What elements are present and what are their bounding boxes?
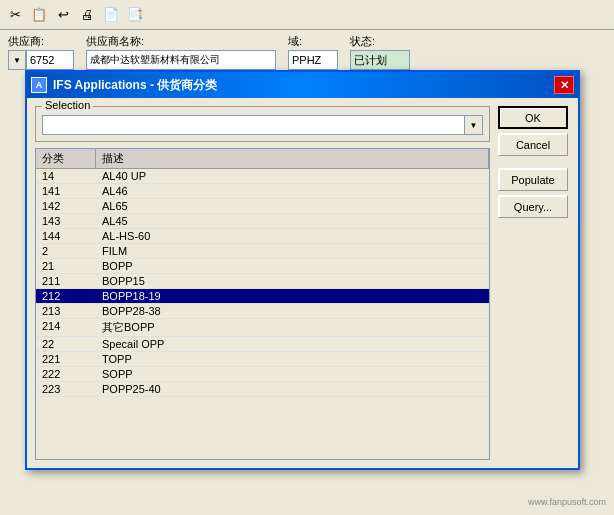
header-fen: 分类 xyxy=(36,149,96,168)
cell-id: 2 xyxy=(36,244,96,258)
dialog-title-icon: A xyxy=(31,77,47,93)
undo-icon[interactable]: ↩ xyxy=(52,4,74,26)
watermark: www.fanpusoft.com xyxy=(528,497,606,507)
table-row[interactable]: 14AL40 UP xyxy=(36,169,489,184)
app-background: ✂ 📋 ↩ 🖨 📄 📑 供应商: ▼ 6752 供应商名称: 成都中达软塑新材料… xyxy=(0,0,614,515)
cell-id: 211 xyxy=(36,274,96,288)
cell-desc: SOPP xyxy=(96,367,489,381)
cell-desc: AL40 UP xyxy=(96,169,489,183)
cell-desc: AL45 xyxy=(96,214,489,228)
table-body: 14AL40 UP141AL46142AL65143AL45144AL-HS-6… xyxy=(36,169,489,459)
cell-id: 14 xyxy=(36,169,96,183)
cell-id: 212 xyxy=(36,289,96,303)
table-row[interactable]: 214其它BOPP xyxy=(36,319,489,337)
dialog-body: Selection ▼ 分类 描述 14AL40 UP141AL xyxy=(27,98,578,468)
cell-id: 213 xyxy=(36,304,96,318)
populate-button[interactable]: Populate xyxy=(498,168,568,191)
cell-desc: BOPP15 xyxy=(96,274,489,288)
table-row[interactable]: 141AL46 xyxy=(36,184,489,199)
supplier-field: 供应商: ▼ 6752 xyxy=(8,34,74,70)
table-row[interactable]: 144AL-HS-60 xyxy=(36,229,489,244)
dialog-title: A IFS Applications - 供货商分类 xyxy=(31,77,217,94)
table-row[interactable]: 21BOPP xyxy=(36,259,489,274)
dialog-close-button[interactable]: ✕ xyxy=(554,76,574,94)
table-row[interactable]: 213BOPP28-38 xyxy=(36,304,489,319)
ok-button[interactable]: OK xyxy=(498,106,568,129)
table-row[interactable]: 212BOPP18-19 xyxy=(36,289,489,304)
table-row[interactable]: 2FILM xyxy=(36,244,489,259)
selection-group-label: Selection xyxy=(42,99,93,111)
selection-group: Selection ▼ xyxy=(35,106,490,142)
table-header: 分类 描述 xyxy=(36,149,489,169)
header-miao: 描述 xyxy=(96,149,489,168)
status-field: 状态: 已计划 xyxy=(350,34,410,70)
dialog-left-panel: Selection ▼ 分类 描述 14AL40 UP141AL xyxy=(35,106,490,460)
table-row[interactable]: 143AL45 xyxy=(36,214,489,229)
form-row: 供应商: ▼ 6752 供应商名称: 成都中达软塑新材料有限公司 域: PPHZ… xyxy=(8,34,606,70)
cell-desc: TOPP xyxy=(96,352,489,366)
cell-id: 143 xyxy=(36,214,96,228)
supplier-name-field: 供应商名称: 成都中达软塑新材料有限公司 xyxy=(86,34,276,70)
cell-desc: Specail OPP xyxy=(96,337,489,351)
supplier-name-input[interactable]: 成都中达软塑新材料有限公司 xyxy=(86,50,276,70)
domain-field: 域: PPHZ xyxy=(288,34,338,70)
table-row[interactable]: 222SOPP xyxy=(36,367,489,382)
domain-label: 域: xyxy=(288,34,338,49)
cell-desc: AL65 xyxy=(96,199,489,213)
cell-desc: BOPP18-19 xyxy=(96,289,489,303)
cell-id: 223 xyxy=(36,382,96,396)
selection-input[interactable] xyxy=(42,115,465,135)
query-button[interactable]: Query... xyxy=(498,195,568,218)
table-row[interactable]: 221TOPP xyxy=(36,352,489,367)
table-row[interactable]: 142AL65 xyxy=(36,199,489,214)
dialog-title-text: IFS Applications - 供货商分类 xyxy=(53,77,217,94)
toolbar: ✂ 📋 ↩ 🖨 📄 📑 xyxy=(0,0,614,30)
table-container: 分类 描述 14AL40 UP141AL46142AL65143AL45144A… xyxy=(35,148,490,460)
cancel-button[interactable]: Cancel xyxy=(498,133,568,156)
pages-icon[interactable]: 📑 xyxy=(124,4,146,26)
cell-desc: AL-HS-60 xyxy=(96,229,489,243)
selection-dropdown-btn[interactable]: ▼ xyxy=(465,115,483,135)
supplier-name-label: 供应商名称: xyxy=(86,34,276,49)
domain-input[interactable]: PPHZ xyxy=(288,50,338,70)
cell-desc: FILM xyxy=(96,244,489,258)
cell-desc: POPP25-40 xyxy=(96,382,489,396)
toolbar-icons: ✂ 📋 ↩ 🖨 📄 📑 xyxy=(4,4,146,26)
cell-id: 222 xyxy=(36,367,96,381)
cell-desc: BOPP xyxy=(96,259,489,273)
status-label: 状态: xyxy=(350,34,410,49)
cell-desc: BOPP28-38 xyxy=(96,304,489,318)
cell-id: 21 xyxy=(36,259,96,273)
copy-icon[interactable]: 📋 xyxy=(28,4,50,26)
supplier-select-btn[interactable]: ▼ xyxy=(8,50,26,70)
cell-id: 214 xyxy=(36,319,96,336)
cell-id: 221 xyxy=(36,352,96,366)
table-row[interactable]: 211BOPP15 xyxy=(36,274,489,289)
cell-id: 144 xyxy=(36,229,96,243)
dialog-titlebar: A IFS Applications - 供货商分类 ✕ xyxy=(27,72,578,98)
cell-id: 142 xyxy=(36,199,96,213)
supplier-input[interactable]: 6752 xyxy=(26,50,74,70)
cell-desc: AL46 xyxy=(96,184,489,198)
selection-input-row: ▼ xyxy=(42,115,483,135)
cell-id: 22 xyxy=(36,337,96,351)
print-icon[interactable]: 🖨 xyxy=(76,4,98,26)
supplier-label: 供应商: xyxy=(8,34,74,49)
dialog-overlay: A IFS Applications - 供货商分类 ✕ Selection ▼ xyxy=(25,70,580,470)
table-row[interactable]: 22Specail OPP xyxy=(36,337,489,352)
cell-desc: 其它BOPP xyxy=(96,319,489,336)
cell-id: 141 xyxy=(36,184,96,198)
cut-icon[interactable]: ✂ xyxy=(4,4,26,26)
table-row[interactable]: 223POPP25-40 xyxy=(36,382,489,397)
dialog-right-panel: OK Cancel Populate Query... xyxy=(498,106,570,460)
status-input[interactable]: 已计划 xyxy=(350,50,410,70)
dialog: A IFS Applications - 供货商分类 ✕ Selection ▼ xyxy=(25,70,580,470)
file-icon[interactable]: 📄 xyxy=(100,4,122,26)
